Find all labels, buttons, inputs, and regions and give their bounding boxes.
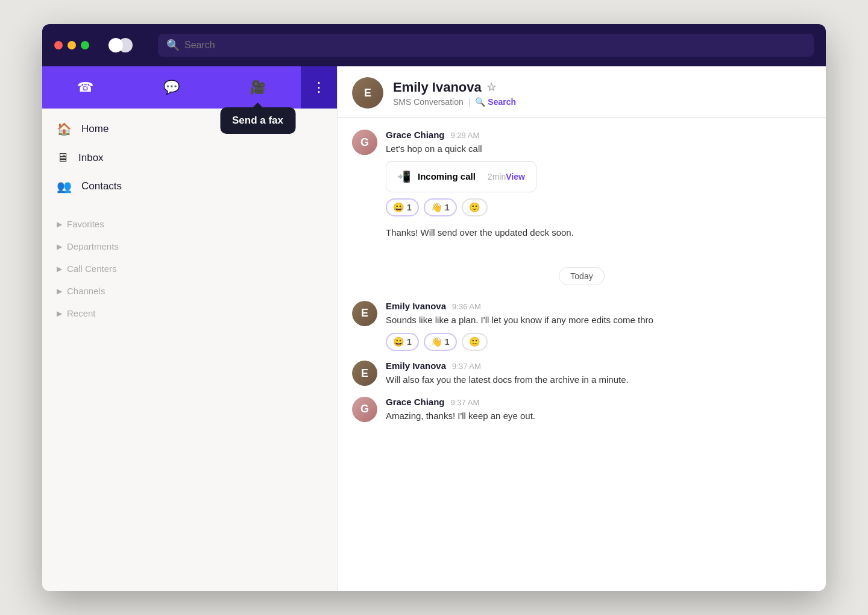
- tab-chat[interactable]: 💬: [128, 66, 215, 109]
- chat-header-info: Emily Ivanova ☆ SMS Conversation | 🔍 Sea…: [393, 80, 516, 107]
- chevron-right-icon: ▶: [57, 309, 62, 318]
- smiley-icon: 🙂: [469, 336, 480, 347]
- chevron-right-icon: ▶: [57, 265, 62, 273]
- incoming-call-box: 📲 Incoming call 2min View: [386, 161, 536, 192]
- smile-emoji: 😀: [393, 336, 404, 347]
- search-icon: 🔍: [475, 97, 485, 107]
- message-time: 9:29 AM: [451, 131, 480, 140]
- message-time: 9:37 AM: [451, 398, 480, 407]
- phone-icon: ☎: [77, 80, 93, 95]
- avatar: [352, 226, 377, 251]
- minimize-button[interactable]: [68, 41, 76, 49]
- section-recent[interactable]: ▶ Recent: [42, 302, 337, 324]
- tab-phone[interactable]: ☎: [42, 66, 128, 109]
- table-row: Thanks! Will send over the updated deck …: [352, 226, 811, 251]
- close-button[interactable]: [54, 41, 63, 49]
- inbox-icon: 🖥: [57, 151, 69, 165]
- date-divider: Today: [352, 267, 811, 285]
- conversation-type: SMS Conversation: [393, 97, 464, 107]
- sidebar-item-inbox[interactable]: 🖥 Inbox: [42, 144, 337, 172]
- search-icon: 🔍: [166, 39, 180, 52]
- send-fax-tooltip: Send a fax: [220, 107, 295, 134]
- call-label: Incoming call: [418, 171, 476, 181]
- message-time: 9:36 AM: [452, 302, 481, 311]
- message-sender: Grace Chiang: [386, 397, 445, 407]
- reaction-wave[interactable]: 👋 1: [424, 198, 457, 216]
- messages-list: G Grace Chiang 9:29 AM Let's hop on a qu…: [338, 118, 826, 591]
- call-duration: 2min: [488, 172, 506, 181]
- message-content: Grace Chiang 9:29 AM Let's hop on a quic…: [386, 130, 536, 216]
- maximize-button[interactable]: [81, 41, 89, 49]
- tab-video[interactable]: 🎥 Send a fax: [215, 66, 301, 109]
- global-search-input[interactable]: [158, 34, 814, 57]
- table-row: G Grace Chiang 9:37 AM Amazing, thanks! …: [352, 397, 811, 423]
- sidebar-tabs: ☎ 💬 🎥 Send a fax ⋮: [42, 66, 337, 109]
- reaction-smile[interactable]: 😀 1: [386, 333, 419, 351]
- message-sender: Emily Ivanova: [386, 301, 446, 311]
- video-icon: 🎥: [250, 80, 266, 95]
- app-logo: [107, 36, 134, 54]
- avatar: G: [352, 397, 377, 422]
- chat-header: E Emily Ivanova ☆ SMS Conversation | 🔍 S…: [338, 66, 826, 118]
- sidebar: ☎ 💬 🎥 Send a fax ⋮ 🏠: [42, 66, 338, 591]
- chevron-right-icon: ▶: [57, 242, 62, 251]
- section-favorites[interactable]: ▶ Favorites: [42, 213, 337, 235]
- message-text: Will also fax you the latest docs from t…: [386, 373, 629, 387]
- chevron-right-icon: ▶: [57, 287, 62, 295]
- message-sender: Emily Ivanova: [386, 361, 446, 371]
- tab-more[interactable]: ⋮: [301, 66, 337, 109]
- message-reactions: 😀 1 👋 1 🙂: [386, 333, 653, 351]
- app-window: 🔍 ☎ 💬 🎥 Send a fax: [42, 24, 826, 591]
- reaction-count: 1: [407, 203, 412, 212]
- table-row: E Emily Ivanova 9:36 AM Sounds like like…: [352, 301, 811, 352]
- reaction-smile[interactable]: 😀 1: [386, 198, 419, 216]
- message-text: Amazing, thanks! I'll keep an eye out.: [386, 409, 535, 423]
- message-content: Grace Chiang 9:37 AM Amazing, thanks! I'…: [386, 397, 535, 423]
- table-row: E Emily Ivanova 9:37 AM Will also fax yo…: [352, 361, 811, 387]
- favorite-star-icon[interactable]: ☆: [486, 81, 496, 94]
- chat-icon: 💬: [163, 80, 180, 95]
- chat-panel: E Emily Ivanova ☆ SMS Conversation | 🔍 S…: [338, 66, 826, 591]
- message-text: Let's hop on a quick call: [386, 142, 536, 156]
- date-badge: Today: [559, 267, 604, 285]
- sidebar-item-contacts[interactable]: 👥 Contacts: [42, 172, 337, 201]
- message-reactions: 😀 1 👋 1 🙂: [386, 198, 536, 216]
- message-text: Sounds like like a plan. I'll let you kn…: [386, 314, 653, 327]
- reaction-count: 1: [445, 337, 450, 347]
- message-content: Emily Ivanova 9:36 AM Sounds like like a…: [386, 301, 653, 352]
- reaction-count: 1: [445, 203, 450, 212]
- section-departments[interactable]: ▶ Departments: [42, 235, 337, 257]
- main-content: ☎ 💬 🎥 Send a fax ⋮ 🏠: [42, 66, 826, 591]
- add-reaction-button[interactable]: 🙂: [462, 198, 488, 216]
- wave-emoji: 👋: [431, 202, 442, 213]
- contact-name: Emily Ivanova ☆: [393, 80, 516, 95]
- wave-emoji: 👋: [431, 336, 442, 347]
- contacts-icon: 👥: [57, 179, 72, 194]
- divider: |: [468, 97, 471, 107]
- chat-search-button[interactable]: 🔍 Search: [475, 97, 516, 107]
- message-content: Emily Ivanova 9:37 AM Will also fax you …: [386, 361, 629, 387]
- home-icon: 🏠: [57, 122, 72, 136]
- message-sender: Grace Chiang: [386, 130, 445, 140]
- more-icon: ⋮: [312, 80, 326, 95]
- inbox-label: Inbox: [78, 152, 104, 164]
- avatar: E: [352, 301, 377, 326]
- contacts-label: Contacts: [81, 180, 122, 192]
- smile-emoji: 😀: [393, 202, 404, 213]
- contact-avatar: E: [352, 77, 383, 109]
- section-channels[interactable]: ▶ Channels: [42, 280, 337, 302]
- reaction-wave[interactable]: 👋 1: [424, 333, 457, 351]
- smiley-icon: 🙂: [469, 202, 480, 213]
- view-call-link[interactable]: View: [506, 172, 525, 181]
- chevron-right-icon: ▶: [57, 220, 62, 229]
- add-reaction-button[interactable]: 🙂: [462, 333, 488, 351]
- incoming-call-icon: 📲: [397, 170, 410, 183]
- table-row: G Grace Chiang 9:29 AM Let's hop on a qu…: [352, 130, 811, 216]
- home-label: Home: [81, 123, 108, 135]
- traffic-lights: [54, 41, 89, 49]
- section-call-centers[interactable]: ▶ Call Centers: [42, 257, 337, 280]
- global-search-bar[interactable]: 🔍: [158, 34, 814, 57]
- svg-point-1: [118, 38, 133, 52]
- message-content: Thanks! Will send over the updated deck …: [386, 226, 574, 240]
- message-text: Thanks! Will send over the updated deck …: [386, 226, 574, 240]
